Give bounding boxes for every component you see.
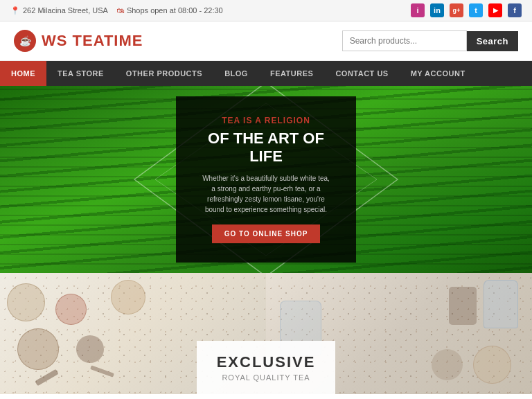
facebook-icon[interactable]: f (508, 3, 522, 17)
logo[interactable]: ☕ WS TEATIME (14, 30, 143, 52)
tea-bowl-right-1 (473, 346, 511, 384)
address-info: 📍 262 Milacina Street, USA (10, 6, 108, 15)
logo-brand: TEATIME (67, 32, 143, 49)
nav-item-tea-store[interactable]: TEA STORE (46, 61, 115, 86)
nav-item-contact[interactable]: CONTACT US (324, 61, 399, 86)
tea-bowl-1 (7, 283, 45, 321)
tea-cup-1 (449, 287, 477, 325)
search-bar: Search (342, 30, 518, 51)
logo-ws: WS (42, 32, 67, 49)
tea-bowl-3 (17, 328, 59, 370)
googleplus-icon[interactable]: g+ (450, 3, 463, 17)
bottom-promo-section: EXCLUSIVE ROYAL QUALITY TEA (0, 273, 532, 394)
pin-icon: 📍 (10, 6, 20, 15)
tea-bowl-right-2 (432, 349, 463, 380)
shop-icon: 🛍 (116, 6, 124, 15)
top-bar: 📍 262 Milacina Street, USA 🛍 Shops open … (0, 0, 532, 21)
nav-item-features[interactable]: FEATURES (259, 61, 324, 86)
hero-cta-button[interactable]: GO TO ONLINE SHOP (212, 224, 321, 243)
twitter-icon[interactable]: t (469, 3, 483, 17)
hours-info: 🛍 Shops open at 08:00 - 22:30 (116, 6, 223, 15)
social-icons: i in g+ t ▶ f (411, 3, 522, 17)
tea-bowl-2 (55, 294, 87, 325)
tea-bowl-4 (76, 335, 104, 363)
hero-description: Whether it's a beautifully subtle white … (201, 173, 331, 215)
exclusive-title: EXCLUSIVE (204, 353, 328, 371)
hours-text: Shops open at 08:00 - 22:30 (127, 6, 223, 15)
search-input[interactable] (342, 30, 467, 51)
address-text: 262 Milacina Street, USA (23, 6, 108, 15)
hero-content-box: TEA IS A RELIGION OF THE ART OF LIFE Whe… (176, 96, 356, 263)
top-bar-info: 📍 262 Milacina Street, USA 🛍 Shops open … (10, 6, 223, 15)
nav-item-home[interactable]: HOME (0, 61, 46, 86)
nav-item-blog[interactable]: BLOG (213, 61, 259, 86)
logo-icon: ☕ (14, 30, 36, 52)
exclusive-subtitle: ROYAL QUALITY TEA (204, 373, 328, 382)
hero-section: TEA IS A RELIGION OF THE ART OF LIFE Whe… (0, 86, 532, 273)
logo-text: WS TEATIME (42, 32, 143, 50)
exclusive-overlay: EXCLUSIVE ROYAL QUALITY TEA (197, 341, 335, 394)
header: ☕ WS TEATIME Search (0, 21, 532, 61)
tea-jar-1 (484, 280, 518, 328)
search-button[interactable]: Search (467, 31, 518, 51)
linkedin-icon[interactable]: in (430, 3, 444, 17)
nav-item-other-products[interactable]: OTHER PRODUCTS (115, 61, 213, 86)
instagram-icon[interactable]: i (411, 3, 425, 17)
hero-subtitle: TEA IS A RELIGION (201, 116, 331, 125)
youtube-icon[interactable]: ▶ (488, 3, 502, 17)
main-nav: HOME TEA STORE OTHER PRODUCTS BLOG FEATU… (0, 61, 532, 86)
hero-title: OF THE ART OF LIFE (201, 130, 331, 166)
tea-bowl-5 (111, 280, 145, 314)
nav-item-account[interactable]: MY ACCOUNT (400, 61, 477, 86)
